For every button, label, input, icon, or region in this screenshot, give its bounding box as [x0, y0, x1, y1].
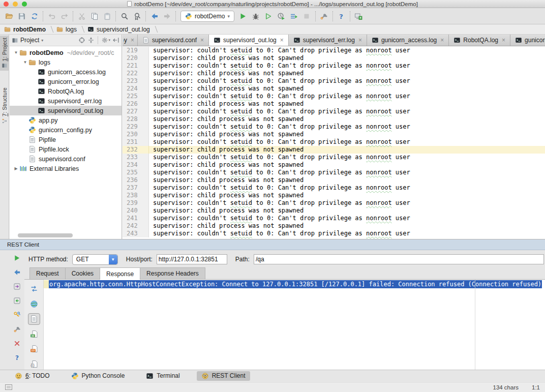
help-button[interactable]: ?: [12, 353, 22, 362]
gear-icon[interactable]: ▾: [101, 37, 110, 44]
tool-window-button-python-console[interactable]: Python Console: [67, 371, 130, 381]
log-line-text[interactable]: supervisor: couldn't setuid to 0: Can't …: [149, 215, 410, 222]
paste-button[interactable]: [101, 10, 113, 22]
caret-position[interactable]: 1:1: [532, 384, 540, 390]
run-button[interactable]: [12, 254, 22, 262]
tool-window-button-terminal[interactable]: Terminal: [141, 371, 184, 381]
tree-item-robotdemo[interactable]: ▼robotDemo~/dev/dev_root/c: [10, 48, 122, 57]
concurrency-button[interactable]: [288, 10, 300, 22]
close-tab-icon[interactable]: ×: [131, 37, 134, 44]
viewxml-button[interactable]: <>: [28, 343, 40, 354]
log-line-text[interactable]: supervisor: child process was not spawne…: [149, 192, 304, 199]
log-line-text[interactable]: supervisor: child process was not spawne…: [149, 100, 304, 108]
export-button[interactable]: [12, 282, 22, 291]
save-button[interactable]: [15, 10, 28, 22]
tree-item-external-libraries[interactable]: ▶External Libraries: [10, 164, 122, 173]
expanded-arrow-icon[interactable]: ▼: [22, 60, 28, 65]
find-in-path-button[interactable]: [131, 10, 143, 22]
tree-item-gunicorn_error-log[interactable]: gunicorn_error.log: [10, 77, 122, 86]
run-button[interactable]: [237, 10, 250, 22]
path-input[interactable]: [254, 254, 544, 264]
rest-tab-response[interactable]: Response: [100, 267, 140, 280]
response-body[interactable]: org.apache.http.conn.HttpHostConnectExce…: [44, 280, 545, 370]
sync-button[interactable]: [28, 10, 41, 22]
log-line-text[interactable]: supervisor: couldn't setuid to 0: Can't …: [149, 123, 410, 131]
help-button[interactable]: ?: [335, 10, 348, 22]
tree-item-robotqa-log[interactable]: RobotQA.log: [10, 86, 122, 96]
stripe-button-7-structure[interactable]: 7: Structure: [0, 85, 9, 126]
minimize-window-button[interactable]: [13, 2, 18, 7]
viewjson-button[interactable]: {): [28, 358, 40, 370]
log-line-text[interactable]: supervisor: couldn't setuid to 0: Can't …: [149, 62, 410, 70]
globe-button[interactable]: [28, 298, 40, 309]
tree-item-supervisord_out-log[interactable]: supervisord_out.log: [10, 106, 122, 115]
undo-button[interactable]: [45, 10, 58, 22]
breadcrumb-item[interactable]: supervisord_out.log: [87, 26, 150, 33]
editor-tab-robotqa-log[interactable]: RobotQA.log×: [449, 35, 510, 46]
close-tab-icon[interactable]: ×: [440, 37, 444, 44]
project-panel-title[interactable]: Project: [20, 37, 39, 44]
profile-button[interactable]: [275, 10, 288, 22]
expanded-arrow-icon[interactable]: ▼: [13, 50, 19, 55]
cut-button[interactable]: [75, 10, 88, 22]
http-method-select[interactable]: GET ▼: [72, 254, 118, 265]
find-button[interactable]: [118, 10, 131, 22]
log-line-text[interactable]: supervisor: child process was not spawne…: [149, 146, 304, 154]
collapse-all-button[interactable]: [87, 37, 95, 44]
viewtext-button[interactable]: [28, 313, 40, 325]
editor-tab-gunicorn_error[interactable]: gunicorn_error: [510, 35, 545, 46]
copy-button[interactable]: [88, 10, 101, 22]
collapsed-arrow-icon[interactable]: ▶: [13, 166, 19, 171]
log-line-text[interactable]: supervisor: child process was not spawne…: [149, 176, 304, 184]
log-line-text[interactable]: supervisor: couldn't setuid to 0: Can't …: [149, 230, 410, 237]
log-line-text[interactable]: supervisor: couldn't setuid to 0: Can't …: [149, 184, 410, 192]
tool-window-button-6-todo[interactable]: 6: TODO: [10, 371, 54, 381]
log-line-text[interactable]: supervisor: couldn't setuid to 0: Can't …: [149, 138, 410, 146]
host-port-input[interactable]: [157, 254, 227, 264]
back-button[interactable]: [148, 10, 161, 22]
rest-tab-cookies[interactable]: Cookies: [65, 267, 100, 279]
log-line-text[interactable]: supervisor: child process was not spawne…: [149, 85, 304, 93]
tree-item-pipfile-lock[interactable]: Pipfile.lock: [10, 144, 122, 154]
back-button[interactable]: [12, 268, 22, 277]
editor-body[interactable]: 219supervisor: couldn't setuid to 0: Can…: [123, 47, 545, 239]
response-text[interactable]: org.apache.http.conn.HttpHostConnectExce…: [49, 280, 542, 288]
chevron-down-icon[interactable]: ▾: [41, 38, 43, 43]
log-line-text[interactable]: supervisor: child process was not spawne…: [149, 131, 304, 138]
breadcrumb-item[interactable]: robotDemo: [4, 26, 46, 33]
editor-tab-py[interactable]: py×: [123, 35, 138, 46]
redo-button[interactable]: [58, 10, 71, 22]
tool-window-toggle-icon[interactable]: [5, 384, 12, 390]
stop-button[interactable]: [300, 10, 313, 22]
reformat-button[interactable]: [28, 283, 40, 294]
tree-item-supervisord_err-log[interactable]: supervisord_err.log: [10, 96, 122, 106]
close-tab-icon[interactable]: ×: [358, 37, 362, 44]
keys-button[interactable]: [12, 311, 22, 319]
tree-item-app-py[interactable]: app.py: [10, 115, 122, 125]
tree-item-gunicorn_access-log[interactable]: gunicorn_access.log: [10, 67, 122, 77]
log-line-text[interactable]: supervisor: child process was not spawne…: [149, 115, 304, 123]
log-line-text[interactable]: supervisor: couldn't setuid to 0: Can't …: [149, 154, 410, 161]
coverage-button[interactable]: [262, 10, 275, 22]
settings-button[interactable]: [12, 325, 22, 334]
stripe-button-1-project[interactable]: 1: Project: [0, 36, 9, 71]
import-button[interactable]: [12, 296, 22, 305]
zoom-window-button[interactable]: [22, 2, 27, 7]
tree-item-logs[interactable]: ▼logs: [10, 57, 122, 67]
log-line-text[interactable]: supervisor: child process was not spawne…: [149, 207, 304, 215]
log-line-text[interactable]: supervisor: couldn't setuid to 0: Can't …: [149, 93, 410, 100]
editor-tab-gunicorn_access-log[interactable]: gunicorn_access.log×: [367, 35, 449, 46]
forward-button[interactable]: [161, 10, 173, 22]
editor-tab-supervisord-conf[interactable]: supervisord.conf×: [138, 35, 209, 46]
close-tab-icon[interactable]: ×: [200, 37, 204, 44]
log-line-text[interactable]: supervisor: child process was not spawne…: [149, 161, 304, 169]
open-button[interactable]: [3, 10, 15, 22]
close-tab-icon[interactable]: ×: [502, 37, 505, 44]
tree-item-pipfile[interactable]: Pipfile: [10, 135, 122, 144]
log-line-text[interactable]: supervisor: child process was not spawne…: [149, 70, 304, 77]
horizontal-scrollbar[interactable]: [18, 233, 73, 237]
close-tab-icon[interactable]: ×: [280, 37, 284, 44]
log-line-text[interactable]: supervisor: child process was not spawne…: [149, 222, 304, 230]
log-line-text[interactable]: supervisor: couldn't setuid to 0: Can't …: [149, 169, 410, 176]
tree-item-supervisord-conf[interactable]: supervisord.conf: [10, 154, 122, 164]
